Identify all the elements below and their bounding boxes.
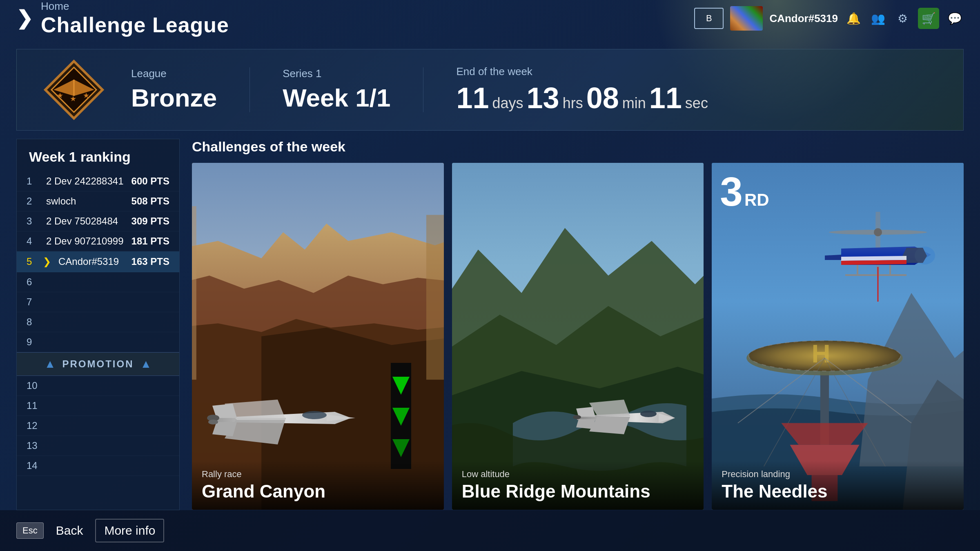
timer-days: 11: [456, 81, 489, 115]
page-title: Challenge League: [41, 13, 229, 37]
table-row: 6: [17, 272, 179, 292]
ranking-title: Week 1 ranking: [17, 139, 179, 171]
rank-player-name: swloch: [46, 196, 131, 207]
helicopter-the-needles: [825, 212, 947, 302]
back-button[interactable]: Back: [56, 524, 83, 538]
challenges-panel: Challenges of the week: [180, 139, 964, 510]
rank-points: 309 PTS: [131, 216, 169, 227]
rank-number: 12: [27, 420, 43, 431]
table-row: 13: [17, 436, 179, 456]
card-the-needles-label: Precision landing The Needles: [712, 461, 964, 510]
promotion-label: PROMOTION: [62, 358, 134, 370]
user-chevron-icon: ❯: [43, 256, 55, 268]
rank-number: 9: [27, 336, 43, 348]
rank-number: 10: [27, 380, 43, 391]
promo-up-arrow-icon: ▲: [45, 358, 56, 371]
svg-marker-8: [392, 377, 410, 395]
rank-number: 7: [27, 296, 43, 308]
svg-point-30: [874, 228, 882, 236]
svg-point-13: [208, 420, 218, 424]
promotion-bar: ▲ PROMOTION ▲: [17, 352, 179, 376]
svg-text:★: ★: [57, 91, 63, 100]
main-content: Week 1 ranking 1 2 Dev 242288341 600 PTS…: [16, 139, 964, 510]
table-row: 2 swloch 508 PTS: [17, 191, 179, 211]
svg-point-11: [302, 411, 327, 419]
rank-suffix: RD: [744, 191, 769, 209]
series-value: Week 1/1: [283, 83, 390, 112]
timer-sec: 11: [649, 81, 682, 115]
chat-icon[interactable]: 💬: [946, 9, 964, 27]
card-subtitle: Low altitude: [462, 469, 694, 480]
rank-number: 11: [27, 400, 43, 411]
challenge-card-grand-canyon[interactable]: Rally race Grand Canyon: [192, 163, 444, 510]
promo-up-arrow-right-icon: ▲: [140, 358, 152, 371]
challenges-grid: Rally race Grand Canyon: [192, 163, 964, 510]
timer-sec-unit: sec: [685, 95, 708, 112]
bottom-bar: Esc Back More info: [0, 510, 980, 551]
table-row: 12: [17, 416, 179, 436]
notification-bell-icon[interactable]: 🔔: [844, 9, 862, 27]
ranking-list: 1 2 Dev 242288341 600 PTS 2 swloch 508 P…: [17, 171, 179, 352]
username-label: CAndor#5319: [769, 12, 838, 25]
card-title: Grand Canyon: [202, 481, 434, 502]
series-label: Series 1: [283, 67, 390, 80]
table-row: 5 ❯ CAndor#5319 163 PTS: [17, 251, 179, 272]
card-subtitle: Precision landing: [722, 469, 954, 480]
ranking-panel: Week 1 ranking 1 2 Dev 242288341 600 PTS…: [16, 139, 180, 510]
challenges-title: Challenges of the week: [192, 139, 964, 155]
table-row: 10: [17, 376, 179, 396]
nav-chevron-icon: ❯: [16, 9, 33, 28]
svg-text:★: ★: [83, 91, 89, 100]
challenge-card-blue-ridge[interactable]: Low altitude Blue Ridge Mountains: [452, 163, 704, 510]
rank-player-name: 2 Dev 907210999: [46, 236, 131, 247]
rank-points: 163 PTS: [131, 256, 169, 267]
rank-number: 2: [27, 196, 43, 207]
post-promotion-list: 10 11 12 13 14: [17, 376, 179, 476]
store-icon[interactable]: 🛒: [918, 8, 939, 29]
table-row: 9: [17, 332, 179, 352]
series-section: Series 1 Week 1/1: [283, 67, 423, 112]
league-bar: ★ ★ ★ League Bronze Series 1 Week 1/1 En…: [16, 49, 964, 131]
svg-marker-9: [392, 408, 410, 426]
friends-icon[interactable]: 👥: [869, 9, 887, 27]
rank-number: 5: [27, 256, 43, 267]
nav-title-block: Home Challenge League: [41, 0, 229, 37]
rank-badge: 3 RD: [720, 171, 769, 212]
more-info-button[interactable]: More info: [95, 519, 164, 542]
card-title: Blue Ridge Mountains: [462, 481, 694, 502]
svg-marker-10: [392, 439, 410, 457]
svg-rect-6: [192, 206, 196, 380]
challenge-card-the-needles[interactable]: H 3: [712, 163, 964, 510]
nav-home-label[interactable]: Home: [41, 0, 229, 13]
table-row: 11: [17, 396, 179, 416]
rank-points: 600 PTS: [131, 176, 169, 187]
timer-hrs-unit: hrs: [563, 95, 583, 112]
checkpoint-arrow-icon: [392, 404, 410, 427]
card-grand-canyon-label: Rally race Grand Canyon: [192, 461, 444, 510]
nav-left: ❯ Home Challenge League: [16, 0, 229, 37]
rank-number: 3: [720, 171, 743, 212]
badge-icon: B: [694, 8, 724, 29]
esc-key: Esc: [16, 522, 44, 539]
league-section: League Bronze: [131, 67, 250, 112]
table-row: 8: [17, 312, 179, 332]
table-row: 4 2 Dev 907210999 181 PTS: [17, 231, 179, 251]
avatar: [730, 6, 763, 31]
league-value: Bronze: [131, 83, 217, 112]
svg-text:★: ★: [70, 95, 76, 103]
rank-number: 14: [27, 460, 43, 471]
rank-number: 6: [27, 276, 43, 288]
rank-player-name: 2 Dev 75028484: [46, 216, 131, 227]
aircraft-grand-canyon: [204, 379, 359, 461]
rank-number: 13: [27, 440, 43, 451]
checkpoint-arrow-icon: [392, 373, 410, 396]
settings-gear-icon[interactable]: ⚙: [893, 9, 911, 27]
league-label: League: [131, 67, 217, 80]
aircraft-blue-ridge: [573, 391, 679, 444]
timer-section: End of the week 11 days 13 hrs 08 min 11…: [456, 65, 708, 115]
card-subtitle: Rally race: [202, 469, 434, 480]
rank-number: 1: [27, 176, 43, 187]
nav-right: B CAndor#5319 🔔 👥 ⚙ 🛒 💬: [694, 6, 964, 31]
card-blue-ridge-label: Low altitude Blue Ridge Mountains: [452, 461, 704, 510]
timer-label: End of the week: [456, 65, 708, 78]
